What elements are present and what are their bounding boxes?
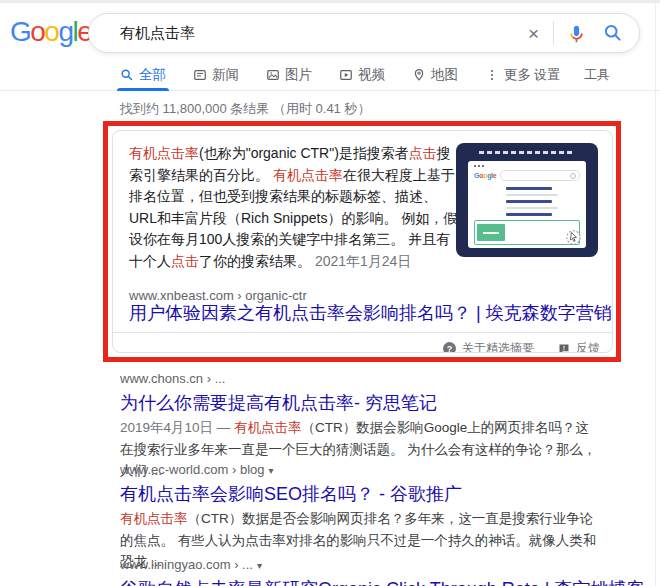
snippet-title-link[interactable]: 用户体验因素之有机点击率会影响排名吗？ | 埃克森数字营销 bbox=[129, 301, 612, 325]
feedback-link[interactable]: 反馈 bbox=[558, 340, 600, 353]
search-result: www.ec-world.com › blog▾ 有机点击率会影响SEO排名吗？… bbox=[120, 462, 598, 573]
google-logo[interactable]: Google bbox=[10, 18, 91, 46]
more-vertical-dots-icon bbox=[485, 68, 499, 82]
logo-letter: o bbox=[30, 16, 44, 47]
tab-maps[interactable]: 地图 bbox=[412, 66, 458, 84]
thumbnail-highlighted-result bbox=[474, 220, 580, 245]
question-circle-icon: ? bbox=[443, 342, 456, 353]
search-input[interactable]: 有机点击率 bbox=[120, 24, 526, 43]
tab-more[interactable]: 更多 bbox=[485, 66, 531, 84]
snippet-text: 有机点击率(也称为"organic CTR")是指搜索者点击搜索引擎结果的百分比… bbox=[129, 143, 459, 272]
news-icon bbox=[193, 68, 207, 82]
thumbnail-green-button bbox=[477, 224, 505, 241]
logo-letter: g bbox=[58, 16, 72, 47]
featured-snippet-card: 有机点击率(也称为"organic CTR")是指搜索者点击搜索引擎结果的百分比… bbox=[112, 130, 613, 353]
result-title-link[interactable]: 有机点击率会影响SEO排名吗？ - 谷歌推广 bbox=[120, 482, 598, 506]
cursor-pointer-icon bbox=[565, 229, 582, 250]
result-options-arrow[interactable]: ▾ bbox=[269, 465, 274, 476]
searchbar-divider bbox=[553, 21, 554, 45]
images-icon bbox=[266, 68, 280, 82]
tab-label: 全部 bbox=[139, 66, 166, 84]
card-divider bbox=[113, 332, 612, 333]
tab-label: 地图 bbox=[431, 66, 458, 84]
search-icon bbox=[120, 68, 134, 82]
search-submit-icon[interactable] bbox=[603, 23, 623, 43]
tools-link[interactable]: 工具 bbox=[584, 66, 610, 84]
tab-label: 新闻 bbox=[212, 66, 239, 84]
about-featured-snippets-link[interactable]: ? 关于精选摘要 bbox=[443, 340, 534, 353]
tab-news[interactable]: 新闻 bbox=[193, 66, 239, 84]
thumbnail-search-pill bbox=[500, 170, 580, 181]
result-title-link[interactable]: 为什么你需要提高有机点击率- 穷思笔记 bbox=[120, 391, 598, 415]
voice-search-mic-icon[interactable] bbox=[566, 23, 587, 44]
tab-all[interactable]: 全部 bbox=[120, 66, 166, 84]
tab-images[interactable]: 图片 bbox=[266, 66, 312, 84]
feedback-label: 反馈 bbox=[576, 340, 600, 353]
tab-label: 更多 bbox=[504, 66, 531, 84]
tab-label: 视频 bbox=[358, 66, 385, 84]
tab-videos[interactable]: 视频 bbox=[339, 66, 385, 84]
thumbnail-browser-mockup: Google bbox=[468, 161, 586, 248]
search-bar[interactable]: 有机点击率 × bbox=[88, 13, 640, 53]
logo-letter: o bbox=[44, 16, 58, 47]
thumbnail-caption-line bbox=[479, 151, 576, 154]
search-result: www.liningyao.com › ...▾ 谷歌自然点击率最新研究Orga… bbox=[120, 557, 598, 586]
result-options-arrow[interactable]: ▾ bbox=[257, 560, 262, 571]
videos-icon bbox=[339, 68, 353, 82]
google-serp-page: { "colors": { "accent_blue": "#1a73e8", … bbox=[0, 0, 660, 586]
settings-link[interactable]: 设置 bbox=[534, 66, 560, 84]
result-breadcrumb-url: www.ec-world.com › blog▾ bbox=[120, 462, 598, 479]
result-title-link[interactable]: 谷歌自然点击率最新研究Organic Click Through Rate | … bbox=[120, 577, 598, 586]
tab-label: 图片 bbox=[285, 66, 312, 84]
about-label: 关于精选摘要 bbox=[462, 340, 534, 353]
logo-letter: G bbox=[10, 16, 30, 47]
result-breadcrumb-url: www.chons.cn › ... bbox=[120, 371, 598, 388]
feedback-icon bbox=[558, 343, 570, 354]
tabs-bar: 全部 新闻 图片 视频 地图 更多 设置 工具 bbox=[0, 61, 660, 91]
clear-search-icon[interactable]: × bbox=[526, 24, 541, 43]
snippet-thumbnail-image[interactable]: Google bbox=[456, 143, 598, 257]
result-stats: 找到约 11,800,000 条结果 （用时 0.41 秒） bbox=[120, 100, 370, 118]
thumbnail-google-logo: Google bbox=[474, 172, 496, 180]
maps-icon bbox=[412, 68, 426, 82]
result-breadcrumb-url: www.liningyao.com › ...▾ bbox=[120, 557, 598, 574]
